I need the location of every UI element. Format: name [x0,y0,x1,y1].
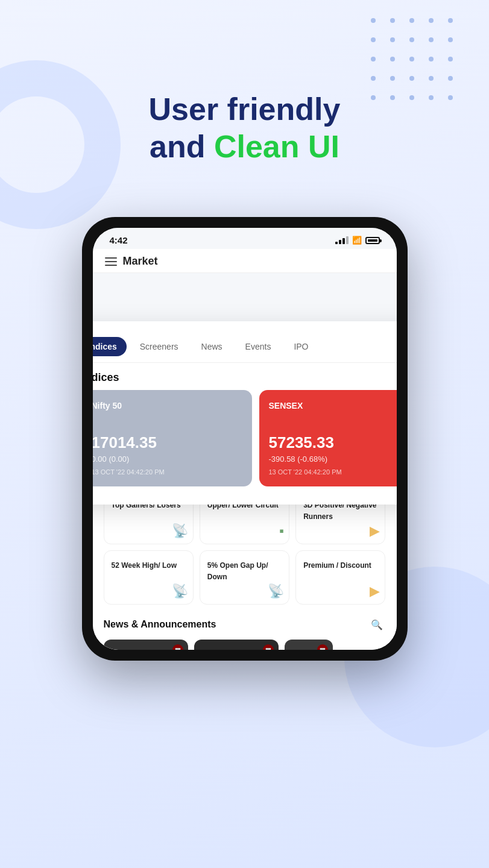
screener-gap-icon: 📡 [268,583,284,599]
overlay-card: Indices Screeners News Events IPO Indice… [93,321,397,505]
screener-52week[interactable]: 52 Week High/ Low 📡 [104,550,194,605]
news-card-3[interactable]: 📰 [285,640,333,650]
screener-gap[interactable]: 5% Open Gap Up/ Down 📡 [200,550,289,605]
nifty50-card[interactable]: Nifty 50 17014.35 0.00 (0.00) 13 OCT '22… [93,390,252,486]
signal-icon [335,236,349,244]
screener-premium[interactable]: Premium / Discount ▶ [295,550,385,605]
battery-icon [365,237,380,244]
tab-events[interactable]: Events [236,337,281,356]
sensex-change: -390.58 (-0.68%) [269,454,397,464]
news-card-1-icon: 📰 [172,644,183,650]
status-icons: 📶 [335,236,380,245]
indices-section-header: Indices View All [93,363,397,390]
sensex-value: 57235.33 [269,433,397,452]
screener-52week-title: 52 Week High/ Low [112,561,177,570]
screener-gap-title: 5% Open Gap Up/ Down [207,561,268,581]
tab-bar: Indices Screeners News Events IPO [93,331,397,363]
hero-line1: User friendly [149,92,341,127]
news-cards-strip: 📰 Adani Wilmar... 📰 IEL bags EPC... 📰 [93,640,397,650]
sensex-date: 13 OCT '22 04:42:20 PM [269,468,397,476]
news-section-header: News & Announcements 🔍 [93,611,397,640]
nifty50-change: 0.00 (0.00) [93,454,242,464]
hamburger-icon[interactable] [105,257,117,266]
app-header: Market [93,249,397,273]
nifty50-date: 13 OCT '22 04:42:20 PM [93,468,242,476]
wifi-icon: 📶 [352,236,362,245]
hero-section: User friendly and Clean UI [0,90,489,166]
phone-frame: 4:42 📶 [82,217,408,661]
phone-screen: 4:42 📶 [93,228,397,650]
news-card-2[interactable]: 📰 IEL bags EPC... [194,640,279,650]
phone-mockup: 4:42 📶 [82,217,408,661]
news-search-icon[interactable]: 🔍 [368,615,386,634]
screener-52week-icon: 📡 [172,583,188,599]
screener-top-gainers-icon: 📡 [172,523,188,539]
status-bar: 4:42 📶 [93,228,397,249]
tab-indices[interactable]: Indices [93,337,127,356]
screener-premium-title: Premium / Discount [303,561,371,570]
sensex-name: SENSEX [269,401,397,410]
screener-grid: Top Gainers/ Losers 📡 Upper/ Lower Circu… [93,490,397,611]
header-title: Market [123,255,158,268]
nifty50-name: Nifty 50 [93,401,242,410]
indices-section-title: Indices [93,371,119,384]
screener-premium-icon: ▶ [370,583,380,599]
screeners-section: Top Gainers/ Losers 📡 Upper/ Lower Circu… [93,484,397,650]
hero-line2-plain: and [150,129,214,164]
nifty50-value: 17014.35 [93,433,242,452]
screener-3d-icon: ▶ [370,523,380,539]
index-cards-container: Nifty 50 17014.35 0.00 (0.00) 13 OCT '22… [93,390,397,495]
sensex-card[interactable]: SENSEX 57235.33 -390.58 (-0.68%) 13 OCT … [259,390,397,486]
news-card-1[interactable]: 📰 Adani Wilmar... [104,640,188,650]
news-section-title: News & Announcements [104,619,216,630]
news-card-3-icon: 📰 [317,644,328,650]
status-time: 4:42 [110,235,128,245]
indices-content: Indices View All Nifty 50 17014.35 0.00 … [93,363,397,495]
news-card-2-icon: 📰 [263,644,274,650]
tab-screeners[interactable]: Screeners [130,337,188,356]
tab-news[interactable]: News [192,337,232,356]
hero-line2-green: Clean UI [214,129,339,164]
tab-ipo[interactable]: IPO [284,337,318,356]
screener-circuit-icon: ▪ [279,523,284,539]
